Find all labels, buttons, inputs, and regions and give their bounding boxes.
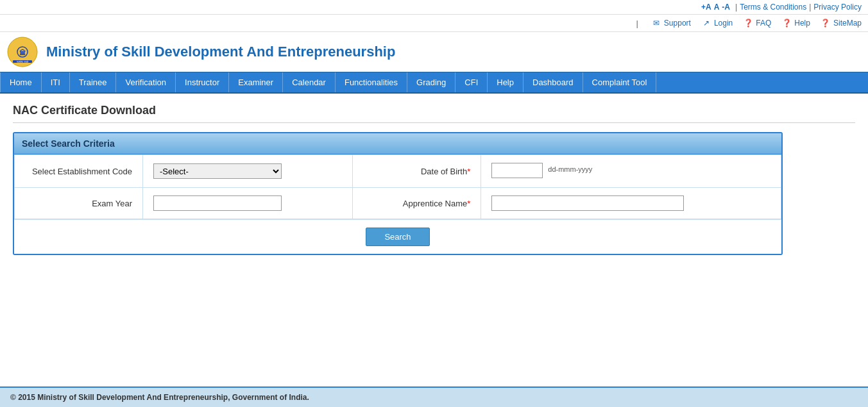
nav-functionalities[interactable]: Functionalities xyxy=(336,72,407,92)
exam-year-cell xyxy=(143,188,353,219)
nav-help[interactable]: Help xyxy=(488,72,523,92)
logo: 🏛 सत्यमेव जयते xyxy=(6,36,38,68)
dob-input[interactable] xyxy=(491,163,543,178)
dob-required: * xyxy=(467,167,470,176)
font-decrease-btn[interactable]: -A xyxy=(722,3,730,12)
main-content: NAC Certificate Download Select Search C… xyxy=(0,94,868,388)
dob-label: Date of Birth* xyxy=(353,155,481,188)
search-btn-row: Search xyxy=(14,219,781,254)
search-criteria-body: Select Establishment Code -Select- Date … xyxy=(14,154,781,254)
search-criteria-box: Select Search Criteria Select Establishm… xyxy=(13,132,783,255)
terms-link[interactable]: Terms & Conditions xyxy=(740,3,806,12)
establishment-select[interactable]: -Select- xyxy=(153,163,282,179)
login-link[interactable]: ↗ Login xyxy=(701,18,733,28)
apprentice-label: Apprentice Name* xyxy=(353,188,481,219)
search-button[interactable]: Search xyxy=(366,228,429,246)
email-icon: ✉ xyxy=(651,18,661,28)
nav-calendar[interactable]: Calendar xyxy=(283,72,336,92)
privacy-link[interactable]: Privacy Policy xyxy=(813,3,862,12)
nav-examiner[interactable]: Examiner xyxy=(229,72,283,92)
footer: © 2015 Ministry of Skill Development And… xyxy=(0,386,868,388)
dob-container: dd-mmm-yyyy xyxy=(491,163,770,179)
sitemap-link[interactable]: ❓ SiteMap xyxy=(821,18,862,28)
nav-grading[interactable]: Grading xyxy=(407,72,455,92)
help-link[interactable]: ❓ Help xyxy=(781,18,810,28)
support-link[interactable]: ✉ Support xyxy=(651,18,691,28)
exam-year-label: Exam Year xyxy=(15,188,143,219)
exam-year-input[interactable] xyxy=(153,195,282,211)
apprentice-input[interactable] xyxy=(491,195,684,211)
establishment-label: Select Establishment Code xyxy=(15,155,143,188)
dob-cell: dd-mmm-yyyy xyxy=(481,155,781,188)
top-bar: +A A -A | Terms & Conditions | Privacy P… xyxy=(0,0,868,15)
nav-complaint-tool[interactable]: Complaint Tool xyxy=(583,72,657,92)
nav-iti[interactable]: ITI xyxy=(42,72,70,92)
dob-format-label: dd-mmm-yyyy xyxy=(548,165,592,173)
site-header: 🏛 सत्यमेव जयते Ministry of Skill Develop… xyxy=(0,32,868,72)
nav-cfi[interactable]: CFI xyxy=(455,72,488,92)
search-form-table: Select Establishment Code -Select- Date … xyxy=(14,154,781,219)
faq-link[interactable]: ❓ FAQ xyxy=(743,18,771,28)
svg-text:🏛: 🏛 xyxy=(19,49,26,56)
search-criteria-header: Select Search Criteria xyxy=(14,133,781,154)
sitemap-icon: ❓ xyxy=(821,18,831,28)
site-title: Ministry of Skill Development And Entrep… xyxy=(46,44,395,60)
nav-trainee[interactable]: Trainee xyxy=(70,72,117,92)
svg-text:सत्यमेव जयते: सत्यमेव जयते xyxy=(16,60,29,63)
font-increase-btn[interactable]: +A xyxy=(701,3,711,12)
login-icon: ↗ xyxy=(701,18,711,28)
nav-instructor[interactable]: Instructor xyxy=(176,72,229,92)
help-icon: ❓ xyxy=(781,18,792,28)
faq-icon: ❓ xyxy=(743,18,753,28)
row-establishment-dob: Select Establishment Code -Select- Date … xyxy=(15,155,781,188)
nav-dashboard[interactable]: Dashboard xyxy=(523,72,583,92)
establishment-cell: -Select- xyxy=(143,155,353,188)
font-normal-btn[interactable]: A xyxy=(714,3,720,12)
page-title: NAC Certificate Download xyxy=(13,104,855,123)
nav-home[interactable]: Home xyxy=(0,72,42,92)
row-examyear-apprentice: Exam Year Apprentice Name* xyxy=(15,188,781,219)
main-nav: Home ITI Trainee Verification Instructor… xyxy=(0,72,868,94)
apprentice-required: * xyxy=(467,199,470,208)
nav-verification[interactable]: Verification xyxy=(116,72,176,92)
utility-bar: | ✉ Support ↗ Login ❓ FAQ ❓ Help ❓ SiteM… xyxy=(0,15,868,32)
apprentice-cell xyxy=(481,188,781,219)
